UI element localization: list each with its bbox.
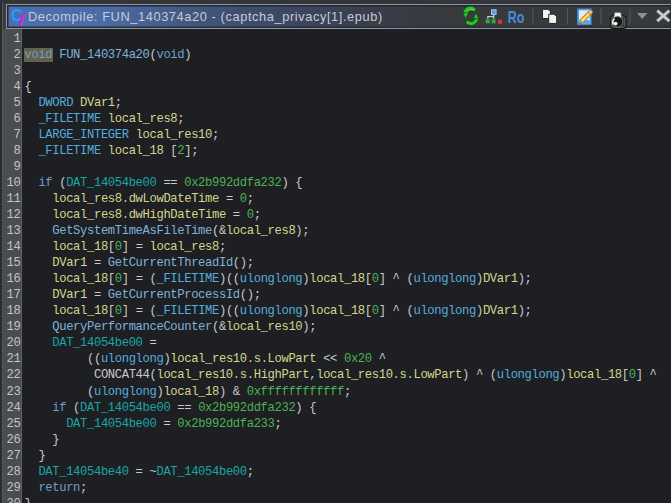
svg-text:Ro: Ro xyxy=(508,8,525,27)
